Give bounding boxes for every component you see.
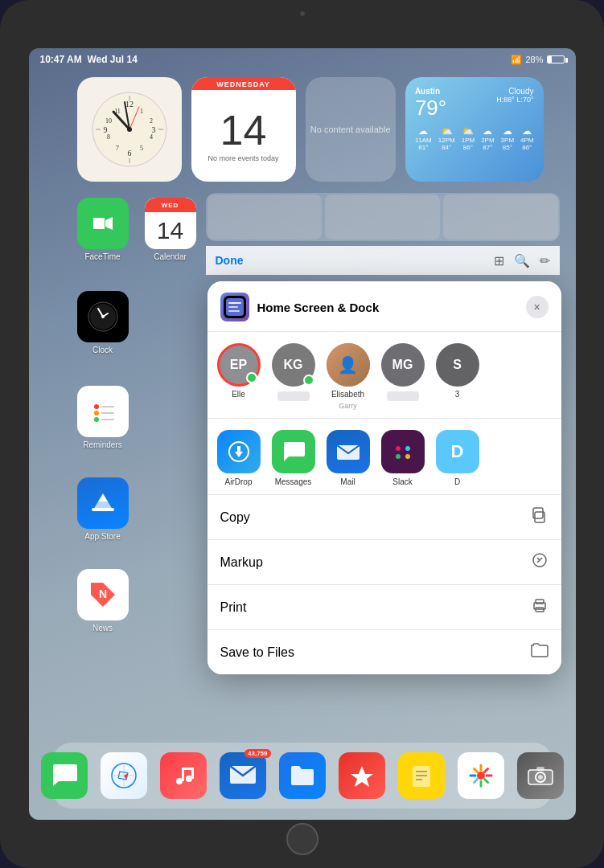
svg-point-33: [94, 417, 99, 422]
svg-point-47: [396, 454, 401, 459]
person-elle-online-indicator: [246, 372, 257, 383]
facetime-icon: [77, 198, 129, 249]
svg-rect-85: [536, 767, 544, 771]
svg-rect-41: [228, 306, 238, 308]
action-copy[interactable]: Copy: [207, 495, 561, 540]
dock-mail[interactable]: 43,759: [220, 752, 266, 799]
svg-rect-40: [228, 302, 241, 304]
share-apps-row: AirDrop Messages Mail: [207, 419, 561, 495]
share-sheet-app-icon: [220, 293, 249, 321]
weather-forecast: ☁ 11AM 81° ⛅ 12PM 84° ⛅ 1PM 86°: [415, 125, 534, 151]
action-save-to-files[interactable]: Save to Files: [207, 630, 561, 674]
forecast-3pm-temp: 85°: [501, 144, 514, 151]
action-markup[interactable]: Markup: [207, 540, 561, 585]
status-time: 10:47 AM Wed Jul 14: [40, 54, 138, 65]
calendar-header: WEDNESDAY: [191, 77, 296, 90]
blurred-app-2: [325, 194, 440, 240]
share-airdrop[interactable]: AirDrop: [217, 430, 261, 486]
app-reminders[interactable]: Reminders: [77, 386, 129, 449]
edit-icon[interactable]: ✏: [540, 253, 550, 268]
svg-marker-22: [93, 218, 105, 229]
battery-percent: 28%: [525, 55, 543, 64]
svg-rect-35: [92, 508, 114, 511]
app-news[interactable]: N News: [77, 569, 129, 633]
mail-share-label: Mail: [340, 477, 355, 486]
person-elle-initials: EP: [230, 358, 247, 372]
share-more[interactable]: D D: [436, 430, 479, 486]
forecast-11am-time: 11AM: [415, 137, 432, 144]
app-calendar[interactable]: WED 14 Calendar: [145, 198, 196, 261]
search-icon[interactable]: 🔍: [514, 253, 530, 268]
dock-camera[interactable]: [517, 752, 564, 799]
share-mail[interactable]: Mail: [327, 430, 370, 486]
svg-point-63: [186, 776, 192, 782]
share-slack[interactable]: Slack: [381, 430, 425, 486]
person-kg[interactable]: KG: [272, 343, 315, 410]
airdrop-icon: [217, 430, 261, 473]
forecast-2pm-icon: ☁: [481, 125, 494, 137]
dock-photos[interactable]: [458, 752, 504, 799]
forecast-1pm-temp: 86°: [462, 144, 475, 151]
grid-icon[interactable]: ⊞: [494, 253, 504, 268]
forecast-4pm: ☁ 4PM 86°: [520, 125, 533, 151]
status-bar: 10:47 AM Wed Jul 14 📶 28%: [29, 48, 576, 71]
person-mg-name-blurred: [387, 391, 419, 401]
svg-point-48: [405, 454, 410, 459]
forecast-11am: ☁ 11AM 81°: [415, 125, 432, 151]
blurred-app-1: [207, 194, 323, 240]
action-print[interactable]: Print: [207, 585, 561, 630]
dock-notes-icon: [398, 752, 445, 799]
forecast-4pm-temp: 86°: [520, 144, 533, 151]
weather-widget[interactable]: Austin 79° Cloudy H:88° L:70° ☁ 11AM: [405, 77, 544, 182]
dock-messages[interactable]: [41, 752, 88, 799]
app-app-store[interactable]: App Store: [77, 477, 129, 541]
app-clock[interactable]: Clock: [77, 291, 129, 354]
share-sheet-close-button[interactable]: ×: [526, 296, 549, 318]
dock-notes[interactable]: [398, 752, 445, 799]
weather-city: Austin: [415, 87, 446, 96]
svg-text:8: 8: [107, 133, 110, 141]
svg-point-20: [127, 127, 132, 132]
dock-files[interactable]: [279, 752, 326, 799]
svg-point-45: [396, 446, 401, 451]
reminders-icon: [77, 386, 129, 437]
forecast-2pm-temp: 87°: [481, 144, 494, 151]
markup-label: Markup: [220, 555, 263, 570]
person-elle[interactable]: EP Elle: [217, 343, 261, 410]
share-messages[interactable]: Messages: [272, 430, 315, 486]
done-button[interactable]: Done: [216, 254, 244, 267]
blurred-app-3: [443, 194, 558, 240]
person-s[interactable]: S 3: [436, 343, 479, 410]
blurred-apps-strip: [206, 193, 560, 241]
app-facetime[interactable]: FaceTime: [77, 198, 129, 261]
person-elisabeth[interactable]: 👤 Elisabeth Garry: [327, 343, 370, 410]
status-icons: 📶 28%: [511, 55, 564, 65]
dock-safari[interactable]: [101, 752, 147, 799]
apps-row-4: App Store: [77, 477, 129, 541]
app-store-label: App Store: [84, 532, 120, 541]
person-mg[interactable]: MG: [381, 343, 425, 410]
forecast-1pm-time: 1PM: [462, 137, 475, 144]
clock-label: Clock: [92, 346, 113, 354]
calendar-day: 14 No more events today: [191, 90, 296, 182]
svg-rect-42: [228, 310, 240, 312]
dock-photos-icon: [458, 752, 504, 799]
forecast-3pm-time: 3PM: [501, 137, 514, 144]
clock-widget[interactable]: 12 6 9 3 1 2 4 5 7 8 10 11: [77, 77, 182, 182]
date-display: Wed Jul 14: [87, 54, 137, 65]
forecast-3pm-icon: ☁: [501, 125, 514, 137]
weather-hilow: H:88° L:70°: [496, 96, 533, 104]
forecast-12pm-time: 12PM: [438, 137, 455, 144]
svg-point-46: [405, 446, 410, 451]
person-s-avatar: S: [436, 343, 479, 387]
dock-music[interactable]: [160, 752, 207, 799]
dock-spark[interactable]: [339, 752, 385, 799]
svg-point-84: [538, 775, 543, 780]
calendar-widget[interactable]: WEDNESDAY 14 No more events today: [191, 77, 296, 182]
share-header: Home Screen & Dock ×: [207, 281, 561, 332]
battery-icon: [547, 55, 565, 63]
battery-fill: [548, 56, 553, 63]
share-sheet-title: Home Screen & Dock: [257, 301, 380, 314]
home-button[interactable]: [286, 823, 318, 855]
svg-line-53: [537, 558, 540, 560]
